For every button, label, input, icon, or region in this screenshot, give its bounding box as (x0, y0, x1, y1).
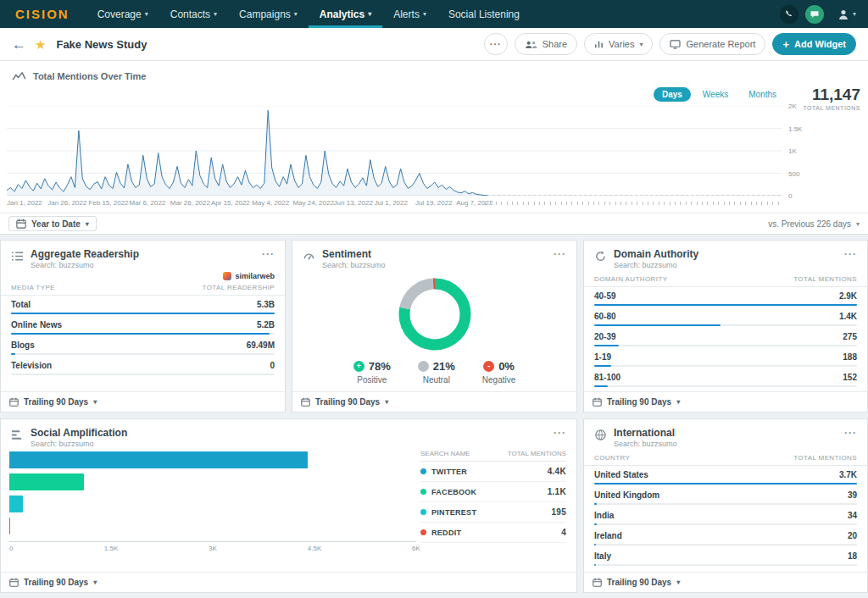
series-dot (420, 529, 426, 535)
row-value: 39 (848, 490, 857, 500)
row-bar-track (594, 385, 857, 387)
chevron-down-icon: ▾ (86, 220, 89, 228)
mentions-line-chart (7, 106, 782, 196)
axis-minor-tick (615, 202, 616, 205)
toggle-weeks[interactable]: Weeks (694, 87, 737, 102)
row-bar-track (594, 304, 857, 306)
row-bar-track (11, 374, 275, 375)
axis-minor-tick (697, 202, 698, 205)
table-row-top: Ireland20 (594, 531, 857, 540)
favorite-star-icon[interactable]: ★ (35, 38, 46, 51)
axis-minor-tick (544, 202, 545, 205)
domain-authority-widget: Domain Authority Search: buzzsumo ··· DO… (583, 240, 868, 413)
date-range-dropdown[interactable]: Year to Date ▾ (8, 216, 97, 231)
column-header: TOTAL MENTIONS (793, 275, 857, 283)
axis-minor-tick (702, 202, 703, 205)
toggle-days[interactable]: Days (654, 87, 691, 102)
generate-report-button[interactable]: Generate Report (659, 33, 765, 55)
widget-title: Domain Authority (614, 248, 698, 260)
row-value: 18 (848, 551, 857, 561)
varies-dropdown[interactable]: Varies ▾ (584, 33, 653, 55)
nav-item-social-listening[interactable]: Social Listening (437, 0, 531, 28)
table-row: Total5.3B (1, 296, 285, 316)
nav-item-label: Contacts (170, 8, 210, 20)
widget-menu-button[interactable]: ··· (554, 427, 566, 439)
row-label: Television (11, 361, 52, 370)
sentiment-value: 78% (369, 360, 391, 373)
series-value: 4.4K (548, 467, 566, 476)
refresh-icon (594, 250, 607, 263)
widget-header: Sentiment Search: buzzsumo ··· (292, 241, 576, 272)
cision-logo[interactable]: CISION (15, 7, 70, 21)
support-phone-button[interactable] (780, 5, 798, 24)
widget-date-range[interactable]: Trailing 90 Days ▾ (1, 391, 285, 412)
row-bar-track (594, 365, 857, 367)
nav-item-contacts[interactable]: Contacts▾ (159, 0, 228, 28)
user-menu-button[interactable]: ▾ (837, 8, 856, 20)
chat-button[interactable] (805, 5, 824, 24)
more-options-button[interactable]: ··· (484, 33, 508, 55)
row-value: 152 (843, 373, 857, 382)
axis-minor-tick (534, 202, 535, 205)
social-bar-pinterest (9, 496, 23, 512)
axis-minor-tick (593, 202, 594, 205)
calendar-icon (16, 219, 26, 229)
widget-menu-button[interactable]: ··· (262, 248, 275, 260)
column-header: COUNTRY (594, 454, 630, 462)
row-bar-track (594, 345, 857, 346)
social-amplification-widget: Social Amplification Search: buzzsumo ··… (0, 418, 577, 593)
date-range-label: Trailing 90 Days (607, 578, 671, 587)
x-axis-tick: Jul 1, 2022 (375, 199, 408, 207)
nav-item-alerts[interactable]: Alerts▾ (382, 0, 437, 28)
axis-minor-tick (707, 202, 708, 205)
sentiment-donut-chart (394, 274, 476, 355)
widget-menu-button[interactable]: ··· (844, 248, 857, 260)
column-header: TOTAL MENTIONS (508, 450, 566, 457)
toggle-months[interactable]: Months (740, 87, 785, 102)
comparison-dropdown[interactable]: vs. Previous 226 days ▾ (768, 219, 860, 229)
series-dot (420, 489, 426, 495)
axis-minor-tick (517, 202, 518, 205)
x-axis-tick: Feb 15, 2022 (88, 199, 128, 207)
nav-item-coverage[interactable]: Coverage▾ (86, 0, 159, 28)
chevron-down-icon: ▾ (385, 398, 388, 406)
widget-menu-button[interactable]: ··· (844, 427, 857, 439)
social-bars (9, 451, 416, 534)
nav-item-analytics[interactable]: Analytics▾ (309, 0, 382, 28)
row-bar-fill (594, 345, 619, 346)
y-axis-tick: 1.5K (788, 125, 802, 133)
axis-minor-tick (643, 202, 643, 205)
chevron-down-icon: ▾ (145, 10, 148, 18)
row-label: United Kingdom (594, 490, 659, 500)
row-bar-track (594, 483, 857, 484)
row-label: United States (594, 470, 648, 479)
axis-minor-tick (566, 202, 567, 205)
row-bar-track (594, 544, 857, 545)
axis-minor-tick (555, 202, 556, 205)
social-table-row: FACEBOOK1.1K (420, 482, 566, 502)
row-bar-fill (594, 503, 597, 505)
widget-date-range[interactable]: Trailing 90 Days ▾ (584, 391, 867, 412)
table-row: 20-39275 (584, 328, 867, 348)
row-value: 34 (848, 511, 857, 520)
row-bar-track (11, 353, 275, 355)
table-row-top: India34 (594, 511, 857, 520)
report-title: Fake News Study (56, 38, 147, 51)
widget-date-range[interactable]: Trailing 90 Days ▾ (1, 572, 576, 592)
sentiment-legend-top: -0% (482, 360, 515, 373)
axis-minor-tick (550, 202, 551, 205)
widget-date-range[interactable]: Trailing 90 Days ▾ (584, 572, 867, 592)
social-table-row: TWITTER4.4K (420, 462, 566, 482)
row-bar-fill (594, 483, 857, 484)
widget-menu-button[interactable]: ··· (554, 248, 566, 260)
social-x-axis: 01.5K3K4.5K6K (9, 541, 416, 553)
back-button[interactable]: ← (12, 37, 26, 52)
share-button[interactable]: Share (515, 33, 577, 55)
nav-item-campaigns[interactable]: Campaigns▾ (228, 0, 309, 28)
varies-label: Varies (609, 39, 634, 49)
x-axis-tick: Jun 13, 2022 (334, 199, 373, 207)
row-label: 1-19 (594, 352, 611, 362)
widget-date-range[interactable]: Trailing 90 Days ▾ (292, 391, 576, 412)
axis-minor-tick (528, 202, 529, 205)
add-widget-button[interactable]: + Add Widget (772, 33, 856, 55)
